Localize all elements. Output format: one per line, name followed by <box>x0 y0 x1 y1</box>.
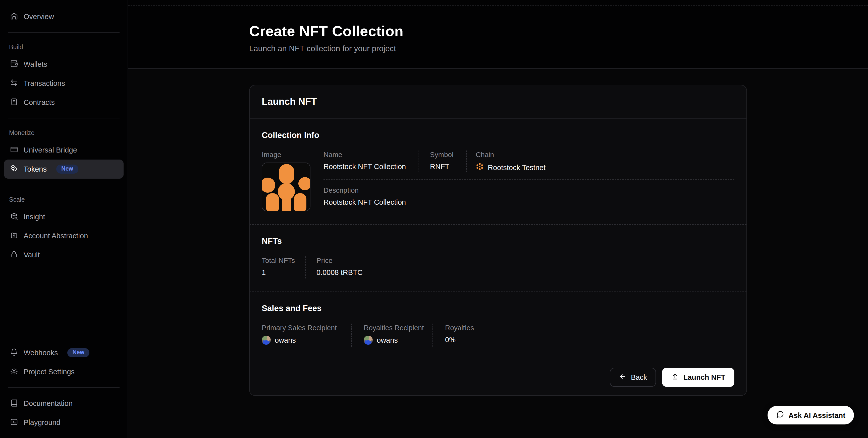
sidebar-item-insight[interactable]: Insight <box>4 207 124 226</box>
nfts-section: NFTs Total NFTs 1 Price 0.0008 tRBTC <box>250 225 746 292</box>
sidebar-bottom-group: Webhooks New Project Settings Documentat… <box>0 343 128 438</box>
description-label: Description <box>323 186 734 194</box>
arrows-left-right-icon <box>10 78 18 88</box>
book-icon <box>10 399 18 408</box>
sidebar-item-transactions[interactable]: Transactions <box>4 74 124 93</box>
new-badge: New <box>68 348 89 357</box>
sidebar-item-tokens[interactable]: Tokens New <box>4 160 124 179</box>
card-footer: Back Launch NFT <box>250 360 746 395</box>
sidebar-section-monetize: Monetize <box>0 125 128 140</box>
card-header: Launch NFT <box>250 85 746 119</box>
symbol-column: Symbol RNFT <box>418 150 466 172</box>
sidebar-item-project-settings[interactable]: Project Settings <box>4 362 124 381</box>
folder-shield-icon <box>10 231 18 241</box>
document-icon <box>10 98 18 107</box>
sidebar-item-account-abstraction[interactable]: Account Abstraction <box>4 226 124 245</box>
sidebar-item-webhooks[interactable]: Webhooks New <box>4 343 124 362</box>
ask-ai-assistant-label: Ask AI Assistant <box>788 411 845 419</box>
sidebar: Overview Build Wallets Transactions Cont… <box>0 0 128 438</box>
launch-nft-button-label: Launch NFT <box>683 373 725 381</box>
upload-icon <box>671 373 679 382</box>
primary-sales-value: owans <box>275 336 296 344</box>
sidebar-divider <box>8 32 120 33</box>
package-search-icon <box>10 212 18 222</box>
launch-nft-button[interactable]: Launch NFT <box>662 368 734 387</box>
symbol-value: RNFT <box>430 163 466 171</box>
sidebar-item-label: Account Abstraction <box>24 232 88 240</box>
collection-info-fields: Name Rootstock NFT Collection Symbol RNF… <box>323 150 734 211</box>
page-content: Launch NFT Collection Info Image <box>128 69 868 438</box>
back-button[interactable]: Back <box>610 368 656 387</box>
description-column: Description Rootstock NFT Collection <box>323 186 734 206</box>
sidebar-item-universal-bridge[interactable]: Universal Bridge <box>4 140 124 160</box>
sidebar-item-label: Universal Bridge <box>24 146 77 154</box>
sidebar-item-contracts[interactable]: Contracts <box>4 93 124 112</box>
royalties-column: Royalties 0% <box>433 324 734 347</box>
sidebar-section-build: Build <box>0 39 128 55</box>
royalties-recipient-column: Royalties Recipient owans <box>351 324 433 347</box>
sidebar-section-scale: Scale <box>0 191 128 207</box>
sidebar-item-documentation[interactable]: Documentation <box>4 394 124 413</box>
sidebar-item-label: Webhooks <box>24 349 58 357</box>
new-badge: New <box>56 165 78 174</box>
royalties-recipient-value: owans <box>377 336 398 344</box>
card-title: Launch NFT <box>262 96 734 107</box>
name-value: Rootstock NFT Collection <box>323 163 418 171</box>
ask-ai-assistant-button[interactable]: Ask AI Assistant <box>767 406 854 425</box>
sales-fees-title: Sales and Fees <box>262 304 734 313</box>
description-value: Rootstock NFT Collection <box>323 198 734 206</box>
page-subtitle: Launch an NFT collection for your projec… <box>249 44 747 53</box>
back-button-label: Back <box>631 373 647 381</box>
total-nfts-label: Total NFTs <box>262 257 305 264</box>
rootstock-icon <box>476 163 484 172</box>
sidebar-item-vault[interactable]: Vault <box>4 245 124 264</box>
sidebar-item-label: Vault <box>24 251 40 259</box>
sidebar-item-overview[interactable]: Overview <box>4 7 124 26</box>
arrow-left-icon <box>619 373 626 382</box>
primary-sales-label: Primary Sales Recipient <box>262 324 351 332</box>
sales-fees-section: Sales and Fees Primary Sales Recipient o… <box>250 292 746 360</box>
main-area: Create NFT Collection Launch an NFT coll… <box>128 0 868 438</box>
page-header: Create NFT Collection Launch an NFT coll… <box>128 0 868 69</box>
chat-bubble-icon <box>776 410 784 420</box>
sidebar-item-wallets[interactable]: Wallets <box>4 55 124 74</box>
total-nfts-value: 1 <box>262 268 305 276</box>
sidebar-item-label: Wallets <box>24 60 47 68</box>
chain-column: Chain <box>466 150 734 172</box>
nfts-title: NFTs <box>262 236 734 246</box>
chain-value: Rootstock Testnet <box>488 163 546 171</box>
row-separator <box>323 179 734 180</box>
app-window: Overview Build Wallets Transactions Cont… <box>0 0 868 438</box>
collection-info-section: Collection Info Image <box>250 119 746 224</box>
sidebar-top-group: Overview Build Wallets Transactions Cont… <box>0 7 128 264</box>
image-label: Image <box>262 150 323 159</box>
price-value: 0.0008 tRBTC <box>316 268 363 276</box>
nft-collection-image <box>262 163 310 211</box>
lock-icon <box>10 250 18 260</box>
wallet-icon <box>10 60 18 69</box>
home-icon <box>10 12 18 21</box>
symbol-label: Symbol <box>430 150 466 159</box>
collection-info-title: Collection Info <box>262 130 734 140</box>
price-column: Price 0.0008 tRBTC <box>305 257 363 278</box>
sidebar-item-label: Transactions <box>24 79 65 87</box>
name-label: Name <box>323 150 418 159</box>
page-title: Create NFT Collection <box>249 23 747 40</box>
royalties-recipient-label: Royalties Recipient <box>364 324 433 332</box>
sidebar-divider <box>8 387 120 388</box>
primary-sales-column: Primary Sales Recipient owans <box>262 324 351 347</box>
sidebar-item-playground[interactable]: Playground <box>4 413 124 432</box>
sidebar-item-label: Documentation <box>24 399 72 407</box>
image-column: Image <box>262 150 323 211</box>
avatar <box>364 336 373 345</box>
sidebar-divider <box>8 118 120 119</box>
sidebar-item-label: Tokens <box>24 165 47 173</box>
terminal-icon <box>10 418 18 427</box>
launch-nft-card: Launch NFT Collection Info Image <box>249 85 747 396</box>
chain-label: Chain <box>476 150 734 159</box>
sidebar-item-label: Playground <box>24 418 61 427</box>
bell-icon <box>10 348 18 358</box>
coins-icon <box>10 164 18 174</box>
avatar <box>262 336 271 345</box>
sidebar-item-label: Insight <box>24 213 45 221</box>
